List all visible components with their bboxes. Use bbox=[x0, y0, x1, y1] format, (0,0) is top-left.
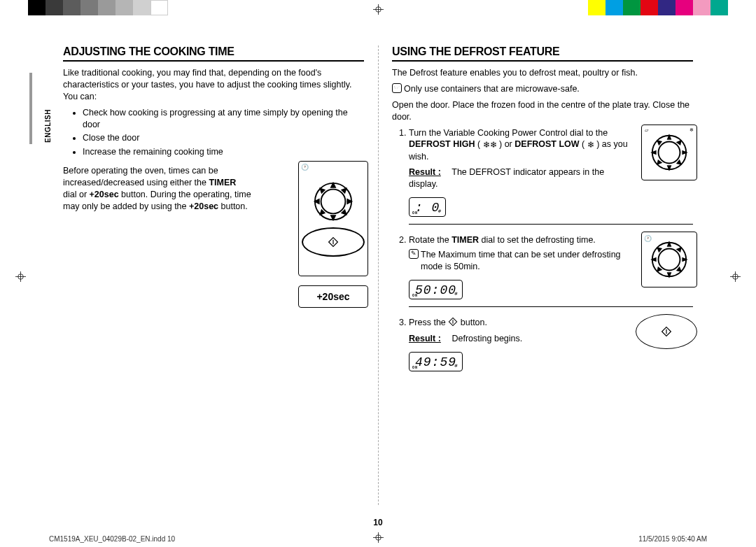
result-text: Defrosting begins. bbox=[451, 334, 522, 343]
dial-icon bbox=[649, 239, 690, 280]
step-3: Press the button. Result : Defrosting be… bbox=[409, 317, 693, 371]
display-readout: ON: 0❄ bbox=[409, 197, 446, 217]
bullet-list: Check how cooking is progressing at any … bbox=[83, 107, 364, 159]
note-icon: ✎ bbox=[409, 249, 419, 259]
svg-point-17 bbox=[659, 141, 680, 163]
body-text: Open the door. Place the frozen food in … bbox=[392, 99, 693, 123]
registration-mark-icon bbox=[373, 532, 384, 543]
start-icon bbox=[328, 236, 339, 248]
print-colorbar-left bbox=[28, 0, 168, 15]
display-readout: ON50:00❄ bbox=[409, 280, 463, 299]
print-colorbar-right bbox=[588, 0, 728, 15]
body-text: Before operating the oven, times can be … bbox=[63, 165, 252, 213]
registration-mark-icon bbox=[730, 271, 741, 282]
clock-icon: 🕐 bbox=[301, 164, 309, 171]
section-heading-defrost: USING THE DEFROST FEATURE bbox=[392, 45, 693, 62]
start-icon bbox=[661, 326, 672, 337]
note-max-time: ✎ The Maximum time that can be set under… bbox=[409, 249, 640, 273]
svg-point-13 bbox=[321, 189, 346, 213]
start-icon bbox=[448, 317, 458, 327]
intro-text: The Defrost feature enables you to defro… bbox=[392, 67, 693, 79]
defrost-low-icon: ❄ bbox=[587, 139, 594, 150]
plus20sec-label: +20sec bbox=[316, 291, 349, 302]
registration-mark-icon bbox=[373, 4, 384, 15]
dial-icon bbox=[649, 132, 690, 173]
section-heading-adjusting: ADJUSTING THE COOKING TIME bbox=[63, 45, 364, 62]
footer-file: CM1519A_XEU_04029B-02_EN.indd 10 bbox=[49, 535, 175, 543]
defrost-icon: ❄ bbox=[690, 127, 694, 133]
display-readout: ON49:59❄ bbox=[409, 352, 463, 371]
page-number: 10 bbox=[373, 518, 382, 527]
grill-icon: ▱ bbox=[645, 127, 648, 133]
footer-timestamp: 11/5/2015 9:05:40 AM bbox=[638, 535, 707, 543]
note-microwave-safe: ☞ Only use containers that are microwave… bbox=[392, 83, 693, 95]
list-item: Check how cooking is progressing at any … bbox=[83, 107, 364, 131]
plus20sec-illustration: +20sec bbox=[298, 285, 368, 308]
language-tab-bar bbox=[29, 73, 32, 144]
result-label: Result : bbox=[409, 333, 449, 345]
power-dial-illustration: ▱ ❄ bbox=[641, 125, 697, 180]
registration-mark-icon bbox=[15, 271, 26, 282]
list-item: Close the door bbox=[83, 132, 364, 144]
timer-dial-illustration: 🕐 bbox=[298, 161, 368, 276]
start-button-illustration bbox=[302, 227, 365, 257]
defrost-high-icon: ❄❄ bbox=[483, 139, 497, 150]
svg-point-19 bbox=[659, 249, 680, 271]
list-item: Increase the remaining cooking time bbox=[83, 146, 364, 158]
dial-icon bbox=[313, 181, 354, 222]
result-label: Result : bbox=[409, 166, 449, 178]
intro-text: Like traditional cooking, you may find t… bbox=[63, 67, 364, 103]
step-2: Rotate the TIMER dial to set the defrost… bbox=[409, 234, 693, 307]
note-icon: ☞ bbox=[392, 83, 402, 93]
step-1: Turn the Variable Cooking Power Control … bbox=[409, 127, 693, 225]
timer-dial-illustration: 🕐 bbox=[641, 232, 697, 287]
